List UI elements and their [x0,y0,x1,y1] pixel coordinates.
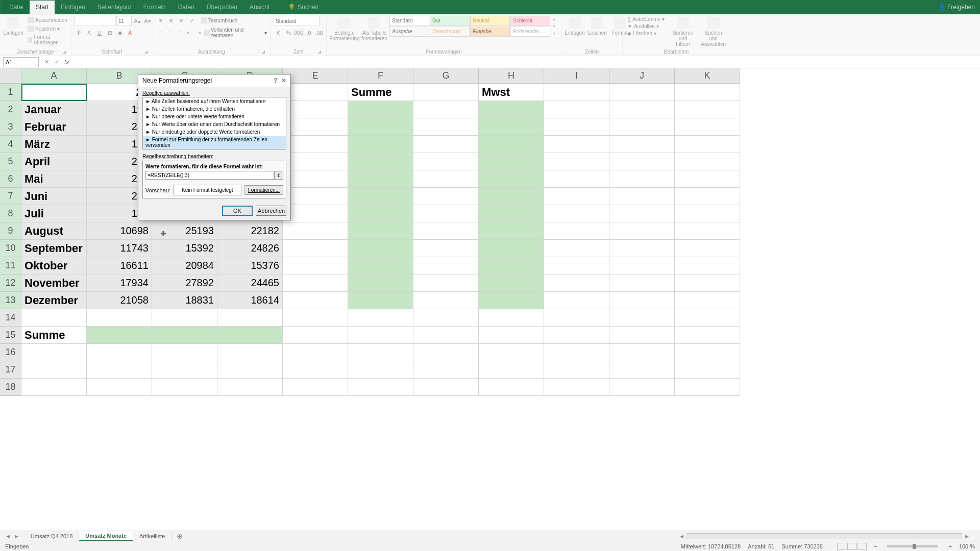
cell[interactable] [479,257,544,274]
cell[interactable] [283,379,348,396]
row-header[interactable]: 8 [0,205,21,222]
tab-formulas[interactable]: Formeln [137,1,172,14]
rule-type-item[interactable]: ► Nur obere oder untere Werte formatiere… [143,113,286,120]
cell[interactable] [609,240,675,257]
fill-button[interactable]: ▼Ausfüllen ▾ [626,23,666,30]
scroll-left-icon[interactable]: ◄ [679,533,684,539]
cell[interactable]: 24465 [217,274,283,292]
cell[interactable] [152,361,217,379]
cell[interactable] [479,344,544,361]
cell[interactable] [413,344,479,361]
conditional-formatting-button[interactable]: Bedingte Formatierung [330,16,359,42]
rule-type-item[interactable]: ► Alle Zellen basierend auf ihren Werten… [143,97,286,105]
row-header[interactable]: 4 [0,136,21,153]
select-all-corner[interactable] [0,68,21,84]
cell[interactable]: Oktober [21,257,87,274]
cell[interactable]: 16611 [87,257,152,274]
row-header[interactable]: 2 [0,101,21,118]
cell[interactable] [217,309,283,327]
tab-file[interactable]: Datei [3,1,30,14]
sheet-tab[interactable]: Umsatz Q4 2018 [24,532,80,541]
cell[interactable] [413,153,479,170]
launcher-icon[interactable]: ◢ [261,49,266,55]
cell[interactable]: 15376 [217,257,283,274]
cell[interactable] [152,327,217,344]
indent-dec-button[interactable]: ⇤ [185,28,193,37]
row-header[interactable]: 12 [0,274,21,292]
cell[interactable] [675,188,740,205]
cell[interactable] [544,222,609,240]
zoom-slider[interactable] [887,545,938,547]
sheet-nav[interactable]: ◄► [0,533,24,539]
sheet-tab[interactable]: Artikelliste [133,532,172,541]
style-berechnung[interactable]: Berechnung [430,27,470,37]
row-header[interactable]: 9 [0,222,21,240]
col-header-g[interactable]: G [413,68,479,84]
cell[interactable] [87,344,152,361]
cell[interactable] [283,240,348,257]
cell[interactable] [348,153,413,170]
cell[interactable] [479,379,544,396]
cell[interactable] [413,136,479,153]
range-select-button[interactable]: ↥ [274,171,283,180]
cell[interactable]: 22182 [217,222,283,240]
cell[interactable] [348,101,413,118]
cell[interactable] [479,188,544,205]
style-eingabe[interactable]: Eingabe [470,27,510,37]
cell[interactable] [544,361,609,379]
cell[interactable] [609,309,675,327]
cell[interactable] [675,136,740,153]
cell[interactable] [348,170,413,188]
cut-button[interactable]: Ausschneiden [26,16,69,24]
cell[interactable]: 11743 [87,240,152,257]
cell[interactable] [348,274,413,292]
cell[interactable] [609,292,675,309]
cell[interactable] [348,379,413,396]
style-gut[interactable]: Gut [430,16,470,26]
cell[interactable] [479,153,544,170]
cell[interactable]: Dezember [21,292,87,309]
font-color-button[interactable]: A [126,28,135,37]
cell[interactable] [479,361,544,379]
cell[interactable]: Juni [21,188,87,205]
clear-button[interactable]: ◆Löschen ▾ [626,30,666,37]
cell[interactable] [283,101,348,118]
cell[interactable] [283,257,348,274]
cancel-button[interactable]: Abbrechen [256,206,286,216]
cell[interactable] [544,153,609,170]
cell[interactable] [283,84,348,101]
col-header-k[interactable]: K [675,68,740,84]
merge-center-button[interactable]: Verbinden und zentrieren ▾ [204,27,267,38]
style-down-icon[interactable]: ▼ [552,24,556,29]
cell[interactable] [283,274,348,292]
cell[interactable] [544,274,609,292]
cell[interactable]: 17934 [87,274,152,292]
cell[interactable] [348,222,413,240]
page-layout-icon[interactable] [847,543,856,550]
cell[interactable] [413,84,479,101]
zoom-in-icon[interactable]: + [948,543,951,549]
cell[interactable]: Januar [21,101,87,118]
cell[interactable]: 18614 [217,292,283,309]
cell[interactable] [609,361,675,379]
close-button[interactable]: ✕ [281,77,286,84]
percent-button[interactable]: % [284,28,293,37]
cell[interactable] [675,101,740,118]
underline-button[interactable]: U [95,28,104,37]
tab-data[interactable]: Daten [172,1,201,14]
col-header-a[interactable]: A [21,68,87,84]
cell[interactable] [348,257,413,274]
fill-color-button[interactable]: ◆ [115,28,125,37]
col-header-h[interactable]: H [479,68,544,84]
style-neutral[interactable]: Neutral [470,16,510,26]
cell[interactable] [413,309,479,327]
cell[interactable] [609,188,675,205]
tab-view[interactable]: Ansicht [243,1,276,14]
chevron-left-icon[interactable]: ◄ [5,533,11,539]
cell[interactable] [479,240,544,257]
col-header-j[interactable]: J [609,68,675,84]
align-left-button[interactable]: ≡ [156,28,165,37]
help-button[interactable]: ? [274,77,277,84]
tab-start[interactable]: Start [30,1,55,14]
share-button[interactable]: 👤 Freigeben [938,4,975,11]
